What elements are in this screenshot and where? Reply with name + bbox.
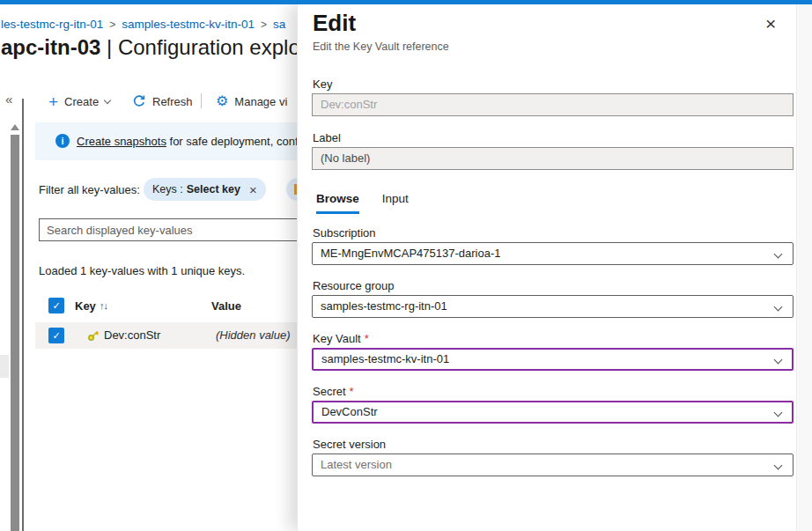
secret-value: DevConStr: [321, 405, 378, 418]
check-icon: ✓: [52, 330, 60, 341]
banner-text: Create snapshots for safe deployment, co…: [77, 135, 314, 148]
refresh-button[interactable]: Refresh: [132, 91, 193, 112]
resource-group-dropdown[interactable]: samples-testmc-rg-itn-01: [312, 295, 794, 318]
edit-panel: Edit Edit the Key Vault reference × Key …: [297, 4, 812, 531]
create-button-label: Create: [64, 95, 99, 108]
resource-group-label: Resource group: [313, 279, 395, 292]
page-section-name: | Configuration explo: [100, 35, 299, 59]
scrollbar-up-arrow[interactable]: [11, 124, 19, 130]
pill-close-icon[interactable]: ×: [249, 182, 257, 197]
column-header-key[interactable]: Key: [75, 299, 96, 313]
side-panel-edge: [0, 355, 9, 378]
breadcrumb-item[interactable]: sa: [273, 18, 285, 31]
pill-value: Select key: [187, 183, 240, 195]
key-vault-label: Key Vault*: [313, 332, 369, 345]
content-pane-border: [22, 99, 24, 531]
secret-version-label: Secret version: [313, 438, 386, 451]
resource-group-value: samples-testmc-rg-itn-01: [321, 299, 447, 313]
sort-icon[interactable]: ↑↓: [100, 300, 107, 311]
breadcrumb-separator: >: [261, 18, 267, 31]
info-icon: i: [55, 134, 70, 148]
info-banner: i Create snapshots for safe deployment, …: [35, 122, 308, 160]
row-value-text: (Hidden value): [216, 328, 291, 342]
keyvault-key-icon: [87, 329, 100, 342]
filter-pill-keys[interactable]: Keys : Select key ×: [144, 178, 266, 201]
tab-browse[interactable]: Browse: [316, 192, 359, 214]
breadcrumb-item[interactable]: les-testmc-rg-itn-01: [1, 18, 103, 31]
column-header-value: Value: [211, 299, 241, 313]
top-bar: [0, 0, 812, 4]
chevron-down-icon: [774, 250, 783, 259]
required-asterisk: *: [350, 385, 354, 398]
chevron-down-icon: [774, 409, 783, 417]
key-field-label: Key: [313, 77, 332, 91]
filter-label: Filter all key-values:: [39, 183, 140, 196]
resource-name: apc-itn-03: [1, 35, 100, 59]
row-checkbox[interactable]: ✓: [48, 328, 64, 343]
secret-dropdown[interactable]: DevConStr: [312, 401, 794, 424]
breadcrumb-item[interactable]: samples-testmc-kv-itn-01: [122, 18, 255, 31]
create-button[interactable]: + Create: [48, 91, 110, 112]
check-icon: ✓: [52, 300, 60, 311]
select-all-checkbox[interactable]: ✓: [48, 298, 64, 313]
chevron-down-icon: [774, 303, 783, 312]
pill-prefix: Keys :: [152, 183, 183, 195]
create-snapshots-link[interactable]: Create snapshots: [77, 135, 166, 148]
loaded-status-text: Loaded 1 key-values with 1 unique keys.: [39, 264, 245, 277]
label-field-label: Label: [313, 131, 341, 144]
required-asterisk: *: [365, 332, 369, 345]
scrollbar-thumb[interactable]: [11, 135, 19, 531]
tab-bar: Browse Input: [316, 192, 409, 214]
secret-label-text: Secret: [313, 385, 346, 398]
breadcrumb-separator: >: [109, 18, 115, 31]
key-vault-label-text: Key Vault: [313, 332, 361, 345]
manage-view-button[interactable]: ⚙ Manage vi: [216, 91, 287, 112]
refresh-icon: [132, 94, 146, 108]
tab-input[interactable]: Input: [382, 192, 409, 214]
banner-message: for safe deployment, configu: [166, 135, 314, 148]
subscription-label: Subscription: [313, 226, 376, 240]
row-key-text: Dev:conStr: [104, 328, 160, 342]
secret-version-value: Latest version: [321, 458, 392, 471]
chevron-down-icon: [104, 96, 111, 103]
breadcrumb: les-testmc-rg-itn-01>samples-testmc-kv-i…: [1, 18, 285, 31]
key-vault-value: samples-testmc-kv-itn-01: [321, 352, 449, 365]
chevron-down-icon: [774, 356, 783, 365]
panel-subtitle: Edit the Key Vault reference: [313, 41, 449, 53]
chevron-down-icon: [774, 461, 783, 470]
gear-icon: ⚙: [216, 94, 228, 108]
plus-icon: +: [48, 93, 58, 110]
subscription-value: ME-MngEnvMCAP475137-darioa-1: [321, 247, 500, 260]
refresh-button-label: Refresh: [152, 95, 193, 108]
toolbar-divider: [201, 93, 202, 108]
subscription-dropdown[interactable]: ME-MngEnvMCAP475137-darioa-1: [312, 242, 794, 265]
label-field: (No label): [312, 147, 794, 170]
key-vault-dropdown[interactable]: samples-testmc-kv-itn-01: [312, 348, 794, 371]
panel-scrollbar-track[interactable]: [796, 4, 812, 531]
page-title: apc-itn-03 | Configuration explo: [1, 35, 300, 60]
collapse-menu-button[interactable]: «: [5, 92, 12, 107]
panel-title: Edit: [313, 10, 356, 37]
secret-label: Secret*: [313, 385, 354, 398]
secret-version-dropdown[interactable]: Latest version: [312, 454, 794, 476]
key-field: Dev:conStr: [312, 93, 794, 116]
close-icon[interactable]: ×: [765, 14, 776, 33]
manage-view-label: Manage vi: [234, 95, 287, 108]
app-window: les-testmc-rg-itn-01>samples-testmc-kv-i…: [0, 0, 812, 531]
